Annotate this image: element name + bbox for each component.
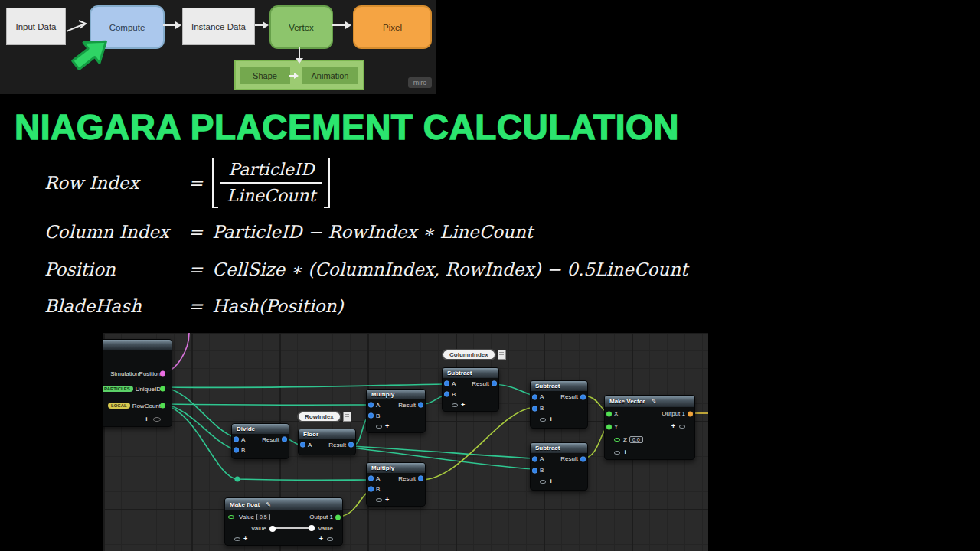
- pin-b-input[interactable]: [444, 392, 449, 397]
- pin-label: A: [241, 436, 245, 443]
- advanced-pin[interactable]: [376, 425, 382, 429]
- node-footer: +: [531, 414, 587, 425]
- node-title: Make float ✎: [225, 498, 342, 510]
- node-source[interactable]: SimulationPosition PARTICLES UniqueID LO…: [103, 339, 172, 427]
- node-title: Make Vector ✎: [605, 396, 694, 407]
- wire-rowcount-multiply1-a: [163, 404, 370, 405]
- advanced-pin[interactable]: [452, 403, 458, 407]
- pin-rowcount[interactable]: [160, 403, 165, 409]
- pin-result-output[interactable]: [492, 381, 497, 386]
- pin-a-input[interactable]: [300, 442, 305, 448]
- slider-label: Value: [318, 525, 333, 532]
- pin-row: B: [367, 484, 425, 494]
- wire-subtract1-subtract2-a: [495, 384, 534, 396]
- node-title-text: Divide: [237, 425, 255, 432]
- node-subtract-3[interactable]: Subtract A Result B +: [530, 442, 588, 491]
- pin-x-input[interactable]: [606, 411, 612, 416]
- node-title-text: Subtract: [535, 445, 560, 452]
- z-value-field[interactable]: 0,0: [629, 436, 643, 443]
- add-pin-button[interactable]: +: [145, 416, 149, 423]
- namespace-badge-particles: PARTICLES: [103, 386, 133, 392]
- pin-label: Output 1: [309, 514, 333, 520]
- add-pin-button[interactable]: +: [461, 402, 465, 409]
- pin-output1[interactable]: [688, 411, 693, 416]
- pin-b-input[interactable]: [532, 468, 537, 473]
- node-multiply-2[interactable]: Multiply A Result B +: [366, 462, 426, 507]
- comment-bubble-rowindex[interactable]: RowIndex: [297, 411, 351, 422]
- pin-b-input[interactable]: [368, 413, 374, 419]
- pin-result-output[interactable]: [348, 442, 354, 448]
- advanced-pin[interactable]: [679, 425, 685, 429]
- node-floor[interactable]: Floor A Result: [298, 429, 356, 455]
- pin-label: Result: [560, 455, 578, 462]
- flow-arrows: [0, 0, 436, 94]
- add-output-button[interactable]: +: [319, 536, 323, 543]
- pin-b-input[interactable]: [234, 448, 239, 453]
- advanced-pin[interactable]: [327, 537, 333, 541]
- pin-label: Z: [623, 436, 627, 443]
- edit-pencil-icon[interactable]: ✎: [652, 398, 657, 405]
- pin-a-input[interactable]: [444, 381, 449, 386]
- node-title: Subtract: [443, 368, 498, 378]
- node-subtract-2[interactable]: Subtract A Result B +: [530, 380, 588, 429]
- node-title: Subtract: [531, 443, 587, 453]
- pin-z-input[interactable]: [614, 438, 620, 442]
- niagara-node-graph[interactable]: SimulationPosition PARTICLES UniqueID LO…: [103, 333, 708, 551]
- advanced-pin[interactable]: [614, 451, 620, 455]
- node-footer: +: [443, 399, 498, 410]
- node-make-vector[interactable]: Make Vector ✎ X Output 1 Y + Z 0,0: [604, 395, 695, 460]
- comment-bubble-columnindex[interactable]: ColumnIndex: [442, 349, 506, 360]
- advanced-pin[interactable]: [234, 537, 240, 541]
- pin-y-input[interactable]: [606, 424, 612, 429]
- pin-row: B: [531, 403, 587, 414]
- pin-result-output[interactable]: [580, 456, 586, 461]
- add-pin-button[interactable]: +: [623, 449, 627, 456]
- pin-row-rowcount: LOCAL RowCount: [103, 400, 172, 411]
- node-divide[interactable]: Divide A Result B: [231, 423, 289, 459]
- pin-result-output[interactable]: [580, 394, 586, 399]
- pin-result-output[interactable]: [418, 403, 423, 408]
- advanced-pin[interactable]: [540, 480, 546, 484]
- pin-a-input[interactable]: [532, 394, 537, 399]
- flow-arrowhead-icon: [175, 21, 181, 29]
- node-title-text: Floor: [303, 431, 318, 438]
- advanced-pin[interactable]: [540, 418, 546, 422]
- add-output-button[interactable]: +: [671, 423, 675, 430]
- pin-label: A: [452, 380, 456, 387]
- formula-label: BladeHash: [44, 296, 188, 316]
- node-title-text: Multiply: [371, 465, 394, 471]
- pin-uniqueid[interactable]: [160, 386, 165, 392]
- reroute-node[interactable]: [235, 477, 240, 482]
- advanced-pin[interactable]: [376, 498, 382, 502]
- pin-simulation-position[interactable]: [160, 371, 165, 377]
- pin-value-input[interactable]: [228, 515, 234, 519]
- edit-pencil-icon[interactable]: ✎: [266, 501, 271, 508]
- formula-label: Row Index: [44, 173, 188, 193]
- add-pin-button[interactable]: +: [385, 423, 389, 430]
- add-pin-button[interactable]: +: [385, 497, 389, 504]
- pin-b-input[interactable]: [532, 406, 537, 411]
- pin-a-input[interactable]: [532, 456, 537, 461]
- pin-row: A Result: [367, 473, 425, 484]
- pin-b-input[interactable]: [368, 487, 374, 492]
- pin-result-output[interactable]: [282, 437, 287, 442]
- pin-label: Result: [398, 402, 416, 409]
- pin-a-input[interactable]: [368, 476, 374, 481]
- pin-row: A Result: [232, 434, 289, 445]
- node-make-float[interactable]: Make float ✎ Value 0.5 Output 1 Value Va…: [224, 497, 343, 546]
- pin-a-input[interactable]: [368, 403, 374, 408]
- node-subtract-1[interactable]: Subtract A Result B +: [442, 367, 499, 412]
- pin-result-output[interactable]: [418, 476, 423, 481]
- add-pin-button[interactable]: +: [549, 478, 553, 485]
- pin-a-input[interactable]: [234, 437, 239, 442]
- pin-label: B: [376, 412, 380, 419]
- node-multiply-1[interactable]: Multiply A Result B +: [366, 389, 426, 433]
- visibility-icon[interactable]: [153, 417, 161, 422]
- formula-body: Hash(Position): [212, 296, 343, 316]
- value-slider[interactable]: [271, 527, 313, 529]
- pin-output1[interactable]: [335, 514, 341, 520]
- value-field[interactable]: 0.5: [256, 514, 270, 520]
- add-pin-button[interactable]: +: [549, 416, 553, 423]
- node-footer: +: [103, 414, 172, 425]
- add-pin-button[interactable]: +: [243, 536, 247, 543]
